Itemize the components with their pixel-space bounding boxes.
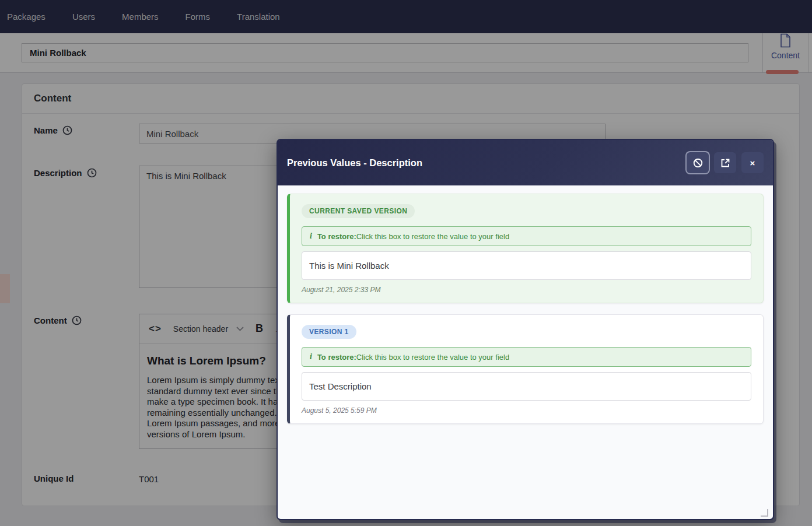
dialog-title: Previous Values - Description [287,157,681,169]
restore-text: Click this box to restore the value to y… [356,232,509,241]
dialog-body: CURRENT SAVED VERSION i To restore:Click… [278,185,773,520]
dialog-resize-grip[interactable] [761,509,768,517]
restore-info-box[interactable]: i To restore:Click this box to restore t… [302,347,751,367]
version-value[interactable]: This is Mini Rollback [302,251,751,280]
info-icon: i [310,232,312,241]
ban-icon [693,158,703,168]
version-badge: VERSION 1 [302,325,356,339]
version-timestamp: August 21, 2025 2:33 PM [302,286,751,294]
open-in-new-button[interactable] [714,152,736,173]
version-card-1: VERSION 1 i To restore:Click this box to… [287,314,764,424]
close-icon: × [750,159,755,167]
info-icon: i [310,352,312,362]
external-link-icon [721,159,730,167]
restore-info-box[interactable]: i To restore:Click this box to restore t… [302,226,751,246]
version-value[interactable]: Test Description [302,372,751,401]
previous-values-dialog: Previous Values - Description × CURRENT … [276,139,774,520]
version-timestamp: August 5, 2025 5:59 PM [302,406,751,415]
disable-rollback-button[interactable] [687,152,709,173]
dialog-header: Previous Values - Description × [278,140,773,185]
restore-text: Click this box to restore the value to y… [356,353,509,362]
close-dialog-button[interactable]: × [741,152,764,173]
restore-label: To restore: [317,353,356,362]
restore-instruction: To restore:Click this box to restore the… [317,353,509,362]
version-card-current: CURRENT SAVED VERSION i To restore:Click… [287,194,764,303]
restore-instruction: To restore:Click this box to restore the… [317,232,509,241]
restore-label: To restore: [317,232,356,241]
version-badge: CURRENT SAVED VERSION [302,204,415,218]
